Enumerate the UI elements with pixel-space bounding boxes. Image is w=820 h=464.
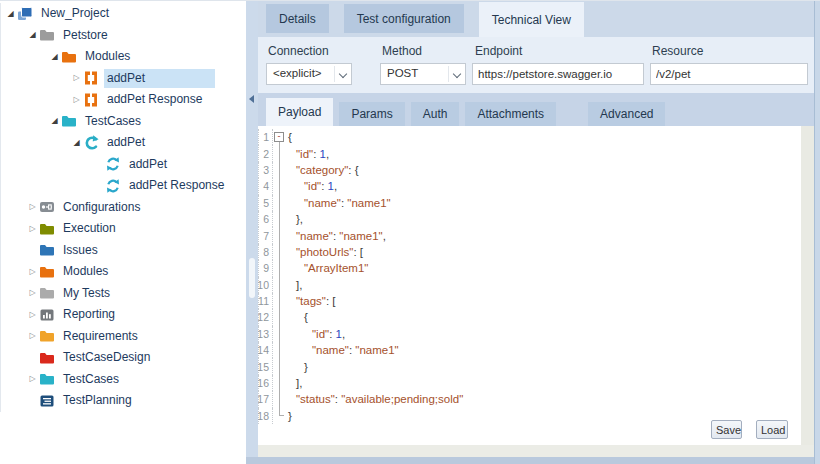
json-punct: } (288, 410, 292, 422)
tree-item-reporting[interactable]: ▷Reporting (1, 304, 246, 326)
tree-expander-icon[interactable]: ▷ (26, 225, 39, 233)
tab-params[interactable]: Params (339, 102, 404, 126)
fold-line (279, 227, 280, 243)
tree-item-label: Modules (82, 47, 136, 66)
tab-technical-view[interactable]: Technical View (479, 2, 584, 37)
tree-item-testcases[interactable]: ▷TestCases (1, 369, 246, 391)
window-bottom-border (246, 457, 820, 464)
collapse-panel-icon[interactable] (249, 95, 254, 103)
fold-margin (273, 277, 286, 293)
tree-item-addpet[interactable]: addPet (1, 154, 246, 176)
tab-details[interactable]: Details (266, 4, 329, 33)
fold-margin (273, 358, 286, 374)
json-punct: } (304, 361, 308, 373)
code-line: 10], (258, 277, 801, 293)
tab-test-configuration[interactable]: Test configuration (344, 4, 464, 33)
code-text: "ArrayItem1" (286, 262, 368, 274)
fold-margin (273, 145, 286, 161)
editor-vertical-scrollbar[interactable] (801, 126, 814, 445)
tree-item-addpet-response[interactable]: addPet Response (1, 175, 246, 197)
tree-expander-icon[interactable]: ▷ (26, 332, 39, 340)
method-select[interactable]: POST (380, 63, 466, 85)
json-key: "id" (304, 180, 321, 192)
line-number: 5 (258, 195, 273, 211)
tree-item-requirements[interactable]: ▷Requirements (1, 326, 246, 348)
tree-item-label: TestCaseDesign (60, 348, 156, 367)
tree-item-new-project[interactable]: ◢New_Project (1, 3, 246, 25)
folder-icon (39, 27, 56, 43)
tree-item-label: Petstore (60, 26, 114, 45)
tree-item-addpet[interactable]: ▷addPet (1, 68, 246, 90)
json-string: "available;pending;sold" (341, 393, 463, 405)
save-button[interactable]: Save (711, 420, 742, 439)
code-text: "category": { (286, 164, 359, 176)
tree-item-addpet-response[interactable]: ▷addPet Response (1, 89, 246, 111)
tree-expander-icon[interactable]: ◢ (26, 31, 39, 39)
code-line: 13"id": 1, (258, 326, 801, 342)
fold-line (279, 145, 280, 161)
tree-expander-icon[interactable]: ▷ (26, 203, 39, 211)
tree-item-label: TestCases (60, 370, 125, 389)
teststep-icon (105, 178, 122, 194)
tree-item-testplanning[interactable]: TestPlanning (1, 390, 246, 412)
tab-advanced[interactable]: Advanced (588, 102, 665, 126)
code-line: 3"category": { (258, 162, 801, 178)
tree-expander-icon[interactable]: ◢ (48, 117, 61, 125)
code-text: "tags": [ (286, 295, 336, 307)
tab-auth[interactable]: Auth (411, 102, 460, 126)
payload-editor[interactable]: 1-{2"id": 1,3"category": {4"id": 1,5"nam… (258, 126, 801, 445)
tree-expander-icon[interactable]: ▷ (26, 289, 39, 297)
endpoint-input[interactable] (472, 63, 644, 85)
code-text: } (286, 410, 292, 422)
code-text: "status": "available;pending;sold" (286, 393, 463, 405)
tree-item-label: Configurations (60, 198, 146, 217)
tree-expander-icon[interactable]: ▷ (70, 74, 83, 82)
code-line: 12{ (258, 309, 801, 325)
tree-item-testcases[interactable]: ◢TestCases (1, 111, 246, 133)
tree-item-modules[interactable]: ▷Modules (1, 261, 246, 283)
tree-item-testcasedesign[interactable]: TestCaseDesign (1, 347, 246, 369)
tree-expander-icon[interactable]: ◢ (48, 53, 61, 61)
tree-expander-icon[interactable]: ▷ (26, 311, 39, 319)
tree-item-modules[interactable]: ◢Modules (1, 46, 246, 68)
tab-payload[interactable]: Payload (266, 98, 333, 126)
load-button[interactable]: Load (756, 420, 788, 439)
fold-line (279, 195, 280, 211)
json-key: "status" (296, 393, 335, 405)
chevron-down-icon (334, 66, 351, 82)
tree-item-addpet[interactable]: ◢addPet (1, 132, 246, 154)
resource-input[interactable] (650, 63, 808, 85)
folder-icon (39, 221, 56, 237)
tree-expander-icon[interactable]: ◢ (4, 10, 17, 18)
tree-expander-icon[interactable]: ▷ (26, 268, 39, 276)
code-text: ], (286, 377, 302, 389)
line-number: 11 (258, 293, 273, 309)
fold-line (279, 375, 280, 391)
main-tab-bar: DetailsTest configurationTechnical View (258, 1, 820, 37)
fold-margin (273, 375, 286, 391)
tree-item-execution[interactable]: ▷Execution (1, 218, 246, 240)
code-line: 2"id": 1, (258, 145, 801, 161)
line-number: 12 (258, 309, 273, 325)
tree-item-configurations[interactable]: ▷Configurations (1, 197, 246, 219)
line-number: 3 (258, 162, 273, 178)
tree-item-petstore[interactable]: ◢Petstore (1, 25, 246, 47)
tree-item-issues[interactable]: Issues (1, 240, 246, 262)
splitter-scroll-thumb[interactable] (249, 258, 255, 298)
tree-item-label: TestCases (82, 112, 147, 131)
connection-select[interactable]: <explicit> (266, 63, 352, 85)
tree-item-my-tests[interactable]: ▷My Tests (1, 283, 246, 305)
fold-margin (273, 408, 286, 424)
tree-expander-icon[interactable]: ◢ (70, 139, 83, 147)
tree-expander-icon[interactable]: ▷ (70, 96, 83, 104)
fold-margin (273, 342, 286, 358)
tab-attachments[interactable]: Attachments (465, 102, 556, 126)
code-text: "id": 1, (286, 148, 329, 160)
collapse-toggle-icon[interactable]: - (274, 132, 284, 142)
code-text: "name": "name1" (286, 197, 391, 209)
json-key: "id" (312, 328, 329, 340)
panel-splitter[interactable] (246, 1, 258, 464)
tree-expander-icon[interactable]: ▷ (26, 375, 39, 383)
code-line: 16], (258, 375, 801, 391)
code-line: 14"name": "name1" (258, 342, 801, 358)
